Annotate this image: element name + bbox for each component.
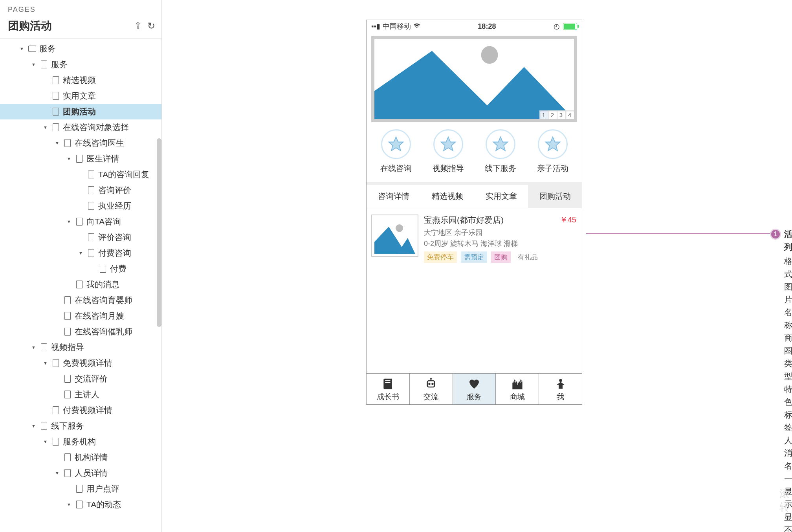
- svg-marker-3: [389, 137, 403, 151]
- chevron-down-icon[interactable]: [55, 470, 60, 476]
- page-icon: [64, 469, 72, 477]
- annotation-text: 活动列表 格式：图片，名称，商圈，类型，特色，标签，人均消费名称一行显示，显示不…: [784, 228, 792, 532]
- page-icon: [64, 453, 72, 461]
- svg-marker-16: [514, 380, 516, 381]
- tree-item-label: 向TA咨询: [86, 216, 121, 227]
- tree-item[interactable]: 精选视频: [0, 72, 161, 88]
- tree-item-label: 服务: [51, 59, 68, 70]
- page-tree: 服务服务精选视频实用文章团购活动在线咨询对象选择在线咨询医生医生详情TA的咨询回…: [0, 38, 161, 525]
- chevron-down-icon[interactable]: [31, 422, 37, 429]
- category-item[interactable]: 亲子活动: [537, 129, 568, 174]
- tree-item[interactable]: 用户点评: [0, 481, 161, 497]
- loading-icon: ◴: [554, 22, 560, 31]
- scrollbar[interactable]: [157, 138, 161, 327]
- nav-item[interactable]: 我: [539, 374, 582, 404]
- tree-item[interactable]: 医生详情: [0, 151, 161, 167]
- placeholder-image-icon: [374, 39, 574, 119]
- tree-item[interactable]: 服务: [0, 57, 161, 72]
- tree-item[interactable]: 向TA咨询: [0, 214, 161, 229]
- page-icon: [87, 233, 95, 241]
- tree-item[interactable]: 付费: [0, 261, 161, 277]
- chevron-down-icon[interactable]: [67, 155, 72, 161]
- page-icon: [87, 249, 95, 257]
- tree-item-label: 评价咨询: [98, 232, 131, 243]
- tab[interactable]: 咨询详情: [367, 185, 420, 208]
- chevron-down-icon[interactable]: [79, 249, 84, 256]
- category-item[interactable]: 视频指导: [433, 129, 464, 174]
- svg-marker-1: [374, 51, 501, 119]
- tree-item[interactable]: 付费视频详情: [0, 402, 161, 418]
- activity-list-item[interactable]: 宝燕乐园(都市好爱店) 大宁地区 亲子乐园 0-2周岁 旋转木马 海洋球 滑梯 …: [367, 208, 582, 269]
- tree-item[interactable]: 咨询评价: [0, 182, 161, 198]
- tree-item[interactable]: 交流评价: [0, 371, 161, 387]
- pager-dot[interactable]: 4: [565, 110, 574, 119]
- share-icon[interactable]: ⇪: [134, 20, 142, 31]
- tree-item[interactable]: 在线咨询月嫂: [0, 308, 161, 324]
- category-label: 线下服务: [485, 163, 516, 174]
- page-icon: [87, 186, 95, 194]
- tree-item-label: 视频指导: [51, 342, 84, 353]
- tree-item[interactable]: TA的咨询回复: [0, 167, 161, 182]
- nav-item[interactable]: 交流: [410, 374, 453, 404]
- chevron-down-icon[interactable]: [43, 124, 49, 130]
- tree-item[interactable]: 在线咨询医生: [0, 135, 161, 151]
- carousel-pager[interactable]: 1234: [539, 110, 574, 119]
- pager-dot[interactable]: 3: [557, 110, 565, 119]
- pager-dot[interactable]: 1: [539, 110, 548, 119]
- tree-item-label: 团购活动: [63, 106, 96, 117]
- page-icon: [87, 171, 95, 178]
- pager-dot[interactable]: 2: [548, 110, 557, 119]
- signal-icon: ▪▪▮: [371, 22, 380, 31]
- tree-item-label: 付费视频详情: [63, 405, 112, 416]
- tree-item[interactable]: 主讲人: [0, 387, 161, 402]
- tree-item-label: 服务机构: [63, 436, 96, 447]
- chevron-down-icon[interactable]: [43, 360, 49, 366]
- tree-item-label: 我的消息: [86, 279, 119, 290]
- tab[interactable]: 实用文章: [474, 185, 528, 208]
- tree-item[interactable]: 付费咨询: [0, 245, 161, 261]
- tree-item[interactable]: 在线咨询对象选择: [0, 119, 161, 135]
- tree-item[interactable]: 评价咨询: [0, 229, 161, 245]
- tree-item[interactable]: 在线咨询催乳师: [0, 324, 161, 339]
- nav-item[interactable]: 服务: [453, 374, 496, 404]
- page-icon: [64, 375, 72, 383]
- tree-item[interactable]: 团购活动: [0, 104, 161, 119]
- chevron-down-icon[interactable]: [67, 501, 72, 507]
- page-icon: [87, 202, 95, 210]
- tree-item[interactable]: 视频指导: [0, 339, 161, 355]
- tag: 需预定: [461, 251, 487, 263]
- nav-item[interactable]: 成长书: [367, 374, 410, 404]
- tree-item[interactable]: 服务机构: [0, 434, 161, 449]
- banner-carousel[interactable]: 1234: [371, 36, 577, 122]
- category-label: 在线咨询: [380, 163, 412, 174]
- tree-item-label: TA的咨询回复: [98, 169, 149, 180]
- tree-item[interactable]: 人员详情: [0, 465, 161, 481]
- tab[interactable]: 团购活动: [528, 185, 582, 208]
- tree-item[interactable]: 服务: [0, 41, 161, 57]
- tree-item[interactable]: 在线咨询育婴师: [0, 292, 161, 308]
- tree-item[interactable]: 实用文章: [0, 88, 161, 104]
- chevron-down-icon[interactable]: [55, 139, 60, 146]
- tab[interactable]: 精选视频: [420, 185, 474, 208]
- page-icon: [75, 281, 83, 288]
- sidebar: PAGES 团购活动 ⇪ ↻ 服务服务精选视频实用文章团购活动在线咨询对象选择在…: [0, 0, 162, 532]
- chevron-down-icon[interactable]: [20, 45, 25, 51]
- tree-item[interactable]: 执业经历: [0, 198, 161, 214]
- refresh-icon[interactable]: ↻: [147, 20, 155, 31]
- tree-item-label: 执业经历: [98, 200, 131, 211]
- tree-item[interactable]: TA的动态: [0, 497, 161, 512]
- tree-item-label: 医生详情: [86, 153, 119, 164]
- chevron-down-icon[interactable]: [31, 61, 37, 67]
- tree-item[interactable]: 我的消息: [0, 277, 161, 292]
- category-item[interactable]: 线下服务: [485, 129, 516, 174]
- category-item[interactable]: 在线咨询: [380, 129, 412, 174]
- chevron-down-icon[interactable]: [67, 218, 72, 224]
- tree-item[interactable]: 线下服务: [0, 418, 161, 434]
- chevron-down-icon[interactable]: [43, 438, 49, 444]
- tree-item[interactable]: 机构详情: [0, 449, 161, 465]
- chevron-down-icon[interactable]: [31, 344, 37, 350]
- nav-item[interactable]: 商城: [496, 374, 539, 404]
- svg-point-8: [396, 224, 403, 232]
- tree-item-label: 付费咨询: [98, 248, 131, 259]
- tree-item[interactable]: 免费视频详情: [0, 355, 161, 371]
